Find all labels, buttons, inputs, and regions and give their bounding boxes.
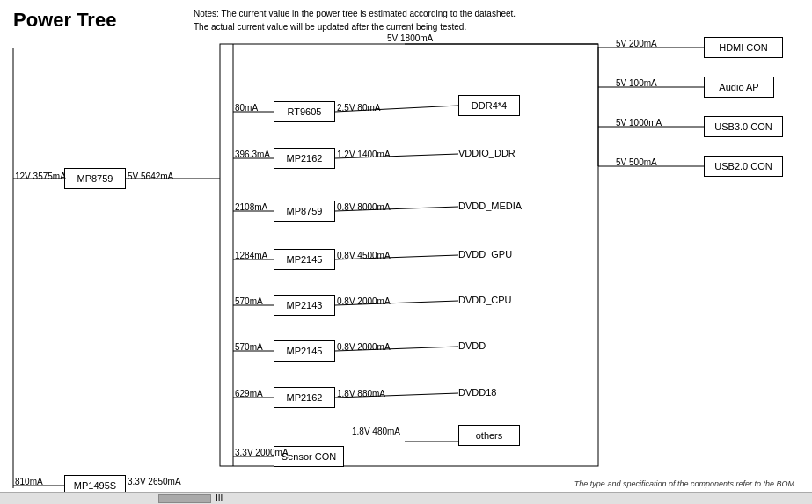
- label-0p8-2000-dvdd: 0.8V 2000mA: [337, 342, 391, 352]
- rt9605-box: RT9605: [274, 101, 335, 122]
- label-5v-1000: 5V 1000mA: [616, 118, 662, 128]
- label-80ma: 80mA: [235, 103, 258, 113]
- footer-note: The type and specification of the compon…: [574, 479, 794, 488]
- dvdd-media-label: DVDD_MEDIA: [458, 201, 522, 211]
- scrollbar-label: III: [216, 493, 223, 503]
- audio-ap-box: Audio AP: [704, 77, 774, 98]
- page-title: Power Tree: [13, 9, 116, 32]
- label-5v-100: 5V 100mA: [616, 78, 657, 88]
- dvdd-label: DVDD: [458, 340, 486, 351]
- label-396ma: 396.3mA: [235, 150, 270, 159]
- label-12v-3575: 12V 3575mA: [15, 172, 66, 181]
- hdmi-con-box: HDMI CON: [704, 37, 783, 58]
- label-570ma-cpu: 570mA: [235, 296, 263, 306]
- diagram-lines: [0, 0, 812, 504]
- label-1p2-1400: 1.2V 1400mA: [337, 150, 391, 159]
- mp2145-top-box: MP2145: [274, 249, 335, 270]
- usb30-con-box: USB3.0 CON: [704, 116, 783, 137]
- label-0p8-8000: 0.8V 8000mA: [337, 202, 391, 212]
- label-5v-500: 5V 500mA: [616, 157, 657, 167]
- mp8759-main-box: MP8759: [64, 168, 126, 189]
- label-3p3-2000: 3.3V 2000mA: [235, 448, 289, 457]
- mp2162-top-box: MP2162: [274, 148, 335, 169]
- notes-text: Notes: The current value in the power tr…: [194, 7, 516, 33]
- label-5v-top: 5V 1800mA: [387, 33, 433, 43]
- label-810ma: 810mA: [15, 477, 43, 486]
- dvdd18-label: DVDD18: [458, 387, 496, 398]
- ddr4-box: DDR4*4: [458, 95, 520, 116]
- mp2162-bot-box: MP2162: [274, 387, 335, 408]
- label-629ma: 629mA: [235, 389, 263, 398]
- mp2145-bot-box: MP2145: [274, 340, 335, 362]
- label-2108ma: 2108mA: [235, 202, 267, 212]
- label-3p3-2650: 3.3V 2650mA: [128, 477, 181, 486]
- label-5v-200: 5V 200mA: [616, 39, 657, 48]
- scrollbar-thumb[interactable]: [158, 494, 211, 503]
- dvdd-cpu-label: DVDD_CPU: [458, 295, 512, 305]
- label-2p5-80ma: 2.5V 80mA: [337, 103, 380, 113]
- usb20-con-box: USB2.0 CON: [704, 156, 783, 177]
- label-570ma-dvdd: 570mA: [235, 342, 263, 352]
- label-0p8-2000-cpu: 0.8V 2000mA: [337, 296, 391, 306]
- dvdd-gpu-label: DVDD_GPU: [458, 249, 512, 259]
- others-box: others: [458, 425, 520, 446]
- mp8759-mid-box: MP8759: [274, 201, 335, 222]
- mp2143-box: MP2143: [274, 295, 335, 316]
- label-1p8-880: 1.8V 880mA: [337, 389, 385, 398]
- vddio-ddr-label: VDDIO_DDR: [458, 148, 516, 158]
- horizontal-scrollbar[interactable]: III: [0, 492, 812, 504]
- label-1284ma: 1284mA: [235, 251, 267, 260]
- label-1p8-480: 1.8V 480mA: [352, 427, 400, 436]
- label-0p8-4500: 0.8V 4500mA: [337, 251, 391, 260]
- svg-line-24: [520, 47, 598, 106]
- label-5v-5642: 5V 5642mA: [128, 172, 173, 181]
